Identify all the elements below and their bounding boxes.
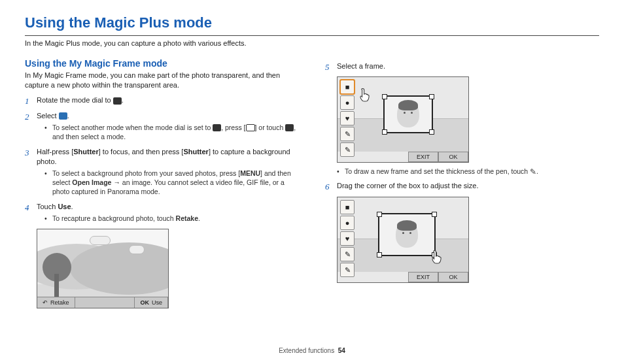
back-icon <box>246 124 255 131</box>
mode-dial-icon <box>113 97 122 105</box>
step-text: Select a frame. <box>337 61 599 73</box>
note-text: To select another mode when the mode dia… <box>52 123 299 141</box>
step-text: Rotate the mode dial to <box>37 96 113 104</box>
frame-tool-square[interactable]: ■ <box>340 80 355 94</box>
page-title: Using the Magic Plus mode <box>25 13 599 33</box>
frame-tool-column: ■ ● ♥ ✎ ✎ <box>340 200 355 277</box>
ok-button[interactable]: OK <box>438 152 468 162</box>
frame-tool-heart[interactable]: ♥ <box>340 111 355 125</box>
step-2: 2 Select . • To select another mode when… <box>25 111 299 143</box>
step-text: Select <box>37 112 59 120</box>
use-button[interactable]: OK Use <box>134 297 168 308</box>
note-text: To draw a new frame and set the thicknes… <box>345 167 538 177</box>
t: To draw a new frame and set the thicknes… <box>345 167 530 175</box>
retake-label: Retake <box>176 214 198 222</box>
step-4: 4 Touch Use. • To recapture a background… <box>25 202 299 225</box>
bullet-icon: • <box>44 169 48 197</box>
mode-touch-icon <box>285 124 294 131</box>
footer-section: Extended functions <box>279 347 334 354</box>
frame-tool-circle[interactable]: ● <box>340 95 355 110</box>
figure-background-photo: ↶ Retake OK Use <box>37 229 169 308</box>
t: . <box>198 214 200 222</box>
step-number: 6 <box>325 181 332 193</box>
divider <box>25 35 599 36</box>
exit-button[interactable]: EXIT <box>408 272 438 282</box>
frame-tool-pen-thick[interactable]: ✎ <box>340 142 355 157</box>
exit-button[interactable]: EXIT <box>408 152 438 162</box>
step-number: 4 <box>25 202 31 225</box>
ok-label: OK <box>140 299 149 306</box>
frame-tool-pen[interactable]: ✎ <box>340 127 355 141</box>
use-label: Use <box>58 203 71 210</box>
page-footer: Extended functions 54 <box>0 346 624 356</box>
step-number: 5 <box>325 61 332 73</box>
note-text: To recapture a background photo, touch R… <box>52 214 200 223</box>
pen-icon: ✎ <box>530 167 536 177</box>
t: ] or touch <box>255 124 286 131</box>
open-image-label: Open Image <box>72 178 111 186</box>
frame-box[interactable] <box>383 95 433 133</box>
step-6: 6 Drag the corner of the box to adjust t… <box>325 181 599 193</box>
frame-box[interactable] <box>378 213 436 256</box>
ok-button[interactable]: OK <box>438 272 468 282</box>
frame-tool-pen[interactable]: ✎ <box>340 247 355 261</box>
retake-button[interactable]: ↶ Retake <box>37 297 75 308</box>
frame-tool-square[interactable]: ■ <box>340 200 355 214</box>
t: To select another mode when the mode dia… <box>52 124 213 131</box>
step-text: . <box>67 112 69 120</box>
retake-text: Retake <box>50 299 69 306</box>
right-column: 5 Select a frame. ■ ● ♥ ✎ ✎ <box>325 58 599 309</box>
use-text: Use <box>152 299 162 306</box>
t: . <box>71 203 73 210</box>
figure-select-frame: ■ ● ♥ ✎ ✎ EXIT OK <box>337 76 469 163</box>
t: Touch <box>37 203 58 210</box>
face-illustration <box>396 222 418 248</box>
shutter-label: Shutter <box>73 148 99 156</box>
section-title: Using the My Magic Frame mode <box>25 58 299 70</box>
bullet-icon: • <box>44 214 48 223</box>
step-number: 1 <box>25 95 31 107</box>
bullet-icon: • <box>44 123 48 141</box>
step-1: 1 Rotate the mode dial to . <box>25 95 299 107</box>
frame-tool-column: ■ ● ♥ ✎ ✎ <box>340 80 355 157</box>
t: To recapture a background photo, touch <box>52 214 176 222</box>
step-number: 3 <box>25 147 31 198</box>
shutter-label: Shutter <box>183 148 209 156</box>
note-text: To select a background photo from your s… <box>52 169 299 197</box>
frame-tool-pen-thick[interactable]: ✎ <box>340 263 355 277</box>
t: , press [ <box>221 124 245 131</box>
figure-resize-frame: ■ ● ♥ ✎ ✎ EXIT OK <box>337 197 469 283</box>
section-intro: In My Magic Frame mode, you can make par… <box>25 71 299 90</box>
t: To select a background photo from your s… <box>52 169 240 177</box>
frame-tool-circle[interactable]: ● <box>340 216 355 230</box>
back-arrow-icon: ↶ <box>43 299 48 306</box>
bullet-icon: • <box>337 167 341 177</box>
frame-tool-heart[interactable]: ♥ <box>340 231 355 246</box>
step-text: . <box>122 96 124 104</box>
magic-frame-icon <box>59 112 67 120</box>
left-column: Using the My Magic Frame mode In My Magi… <box>25 58 299 309</box>
touch-pointer-icon <box>356 86 374 105</box>
t: ] to focus, and then press [ <box>99 148 184 156</box>
step-3: 3 Half-press [Shutter] to focus, and the… <box>25 147 299 198</box>
mode-dial-icon <box>213 124 221 131</box>
step-5: 5 Select a frame. <box>325 61 599 73</box>
intro-text: In the Magic Plus mode, you can capture … <box>25 39 599 48</box>
t: Half-press [ <box>37 148 73 156</box>
step-text: Drag the corner of the box to adjust the… <box>337 181 599 193</box>
menu-label: MENU <box>240 169 260 177</box>
face-illustration <box>397 101 419 127</box>
footer-page-number: 54 <box>338 347 345 354</box>
step-number: 2 <box>25 111 31 143</box>
